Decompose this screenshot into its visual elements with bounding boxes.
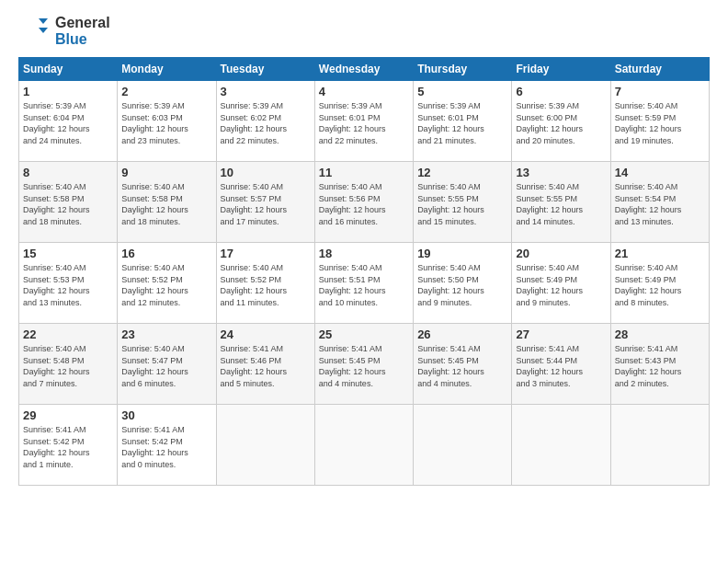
calendar-cell: 6Sunrise: 5:39 AMSunset: 6:00 PMDaylight… [512,81,610,162]
day-number: 19 [417,247,507,260]
calendar-cell: 30Sunrise: 5:41 AMSunset: 5:42 PMDayligh… [118,405,216,486]
week-row-4: 22Sunrise: 5:40 AMSunset: 5:48 PMDayligh… [19,324,710,405]
day-number: 13 [516,166,606,179]
calendar-cell: 13Sunrise: 5:40 AMSunset: 5:55 PMDayligh… [512,162,610,243]
day-number: 3 [221,85,311,98]
day-number: 15 [23,247,113,260]
day-info: Sunrise: 5:40 AMSunset: 5:58 PMDaylight:… [23,181,113,227]
calendar-cell: 2Sunrise: 5:39 AMSunset: 6:03 PMDaylight… [118,81,216,162]
day-number: 6 [516,85,606,98]
calendar-cell: 26Sunrise: 5:41 AMSunset: 5:45 PMDayligh… [414,324,512,405]
calendar-cell [216,405,314,486]
weekday-header-friday: Friday [512,58,610,81]
day-number: 28 [615,327,705,341]
day-number: 5 [417,85,507,98]
calendar-header: SundayMondayTuesdayWednesdayThursdayFrid… [19,58,710,81]
calendar-cell: 28Sunrise: 5:41 AMSunset: 5:43 PMDayligh… [610,324,709,405]
day-info: Sunrise: 5:40 AMSunset: 5:55 PMDaylight:… [516,181,606,227]
day-info: Sunrise: 5:40 AMSunset: 5:52 PMDaylight:… [121,262,211,308]
calendar-cell: 19Sunrise: 5:40 AMSunset: 5:50 PMDayligh… [414,243,512,324]
day-number: 20 [516,247,606,260]
calendar-cell: 11Sunrise: 5:40 AMSunset: 5:56 PMDayligh… [314,162,413,243]
logo: GeneralBlue [18,15,110,48]
calendar-cell: 5Sunrise: 5:39 AMSunset: 6:01 PMDaylight… [414,81,512,162]
weekday-header-wednesday: Wednesday [314,58,413,81]
day-number: 18 [319,247,409,260]
day-info: Sunrise: 5:41 AMSunset: 5:45 PMDaylight:… [319,343,409,389]
day-number: 30 [121,408,211,422]
week-row-5: 29Sunrise: 5:41 AMSunset: 5:42 PMDayligh… [19,405,710,486]
day-info: Sunrise: 5:41 AMSunset: 5:42 PMDaylight:… [23,424,113,470]
calendar-body: 1Sunrise: 5:39 AMSunset: 6:04 PMDaylight… [19,81,710,486]
day-info: Sunrise: 5:40 AMSunset: 5:56 PMDaylight:… [319,181,409,227]
day-number: 26 [417,327,507,341]
calendar-cell: 18Sunrise: 5:40 AMSunset: 5:51 PMDayligh… [314,243,413,324]
day-info: Sunrise: 5:40 AMSunset: 5:50 PMDaylight:… [417,262,507,308]
day-number: 11 [319,166,409,179]
logo-blue: Blue [55,31,110,48]
weekday-header-saturday: Saturday [610,58,709,81]
calendar-cell: 9Sunrise: 5:40 AMSunset: 5:58 PMDaylight… [118,162,216,243]
day-info: Sunrise: 5:40 AMSunset: 5:57 PMDaylight:… [221,181,311,227]
day-number: 21 [615,247,705,260]
day-info: Sunrise: 5:40 AMSunset: 5:59 PMDaylight:… [615,100,705,146]
day-number: 1 [23,85,113,98]
day-number: 16 [121,247,211,260]
day-info: Sunrise: 5:41 AMSunset: 5:43 PMDaylight:… [615,343,705,389]
day-number: 22 [23,327,113,341]
calendar-cell [414,405,512,486]
logo-general: General [55,15,110,31]
day-info: Sunrise: 5:41 AMSunset: 5:46 PMDaylight:… [221,343,311,389]
day-info: Sunrise: 5:40 AMSunset: 5:58 PMDaylight:… [121,181,211,227]
calendar-cell: 22Sunrise: 5:40 AMSunset: 5:48 PMDayligh… [19,324,118,405]
day-info: Sunrise: 5:40 AMSunset: 5:47 PMDaylight:… [121,343,211,389]
calendar-cell: 8Sunrise: 5:40 AMSunset: 5:58 PMDaylight… [19,162,118,243]
day-info: Sunrise: 5:39 AMSunset: 6:03 PMDaylight:… [121,100,211,146]
svg-marker-1 [39,28,48,33]
day-info: Sunrise: 5:41 AMSunset: 5:42 PMDaylight:… [121,424,211,470]
day-info: Sunrise: 5:39 AMSunset: 6:02 PMDaylight:… [221,100,311,146]
calendar-cell: 15Sunrise: 5:40 AMSunset: 5:53 PMDayligh… [19,243,118,324]
calendar-cell: 14Sunrise: 5:40 AMSunset: 5:54 PMDayligh… [610,162,709,243]
calendar-table: SundayMondayTuesdayWednesdayThursdayFrid… [18,57,710,486]
calendar-cell: 29Sunrise: 5:41 AMSunset: 5:42 PMDayligh… [19,405,118,486]
day-number: 12 [417,166,507,179]
calendar-cell: 16Sunrise: 5:40 AMSunset: 5:52 PMDayligh… [118,243,216,324]
day-number: 8 [23,166,113,179]
week-row-2: 8Sunrise: 5:40 AMSunset: 5:58 PMDaylight… [19,162,710,243]
calendar-cell: 23Sunrise: 5:40 AMSunset: 5:47 PMDayligh… [118,324,216,405]
calendar-cell: 10Sunrise: 5:40 AMSunset: 5:57 PMDayligh… [216,162,314,243]
day-number: 7 [615,85,705,98]
header: GeneralBlue [18,15,710,48]
day-info: Sunrise: 5:39 AMSunset: 6:04 PMDaylight:… [23,100,113,146]
calendar-cell [610,405,709,486]
day-number: 10 [221,166,311,179]
calendar-cell: 7Sunrise: 5:40 AMSunset: 5:59 PMDaylight… [610,81,709,162]
day-info: Sunrise: 5:40 AMSunset: 5:55 PMDaylight:… [417,181,507,227]
day-number: 27 [516,327,606,341]
day-info: Sunrise: 5:41 AMSunset: 5:45 PMDaylight:… [417,343,507,389]
weekday-header-thursday: Thursday [414,58,512,81]
day-number: 9 [121,166,211,179]
day-info: Sunrise: 5:40 AMSunset: 5:49 PMDaylight:… [615,262,705,308]
week-row-1: 1Sunrise: 5:39 AMSunset: 6:04 PMDaylight… [19,81,710,162]
day-number: 25 [319,327,409,341]
logo-svg [18,15,51,48]
day-number: 29 [23,408,113,422]
day-number: 24 [221,327,311,341]
day-info: Sunrise: 5:40 AMSunset: 5:48 PMDaylight:… [23,343,113,389]
day-number: 14 [615,166,705,179]
calendar-cell: 20Sunrise: 5:40 AMSunset: 5:49 PMDayligh… [512,243,610,324]
calendar-cell [314,405,413,486]
calendar-cell [512,405,610,486]
weekday-header-tuesday: Tuesday [216,58,314,81]
day-number: 2 [121,85,211,98]
weekday-row: SundayMondayTuesdayWednesdayThursdayFrid… [19,58,710,81]
calendar-cell: 24Sunrise: 5:41 AMSunset: 5:46 PMDayligh… [216,324,314,405]
calendar-cell: 1Sunrise: 5:39 AMSunset: 6:04 PMDaylight… [19,81,118,162]
day-info: Sunrise: 5:40 AMSunset: 5:51 PMDaylight:… [319,262,409,308]
day-number: 17 [221,247,311,260]
day-info: Sunrise: 5:40 AMSunset: 5:52 PMDaylight:… [221,262,311,308]
week-row-3: 15Sunrise: 5:40 AMSunset: 5:53 PMDayligh… [19,243,710,324]
day-info: Sunrise: 5:41 AMSunset: 5:44 PMDaylight:… [516,343,606,389]
